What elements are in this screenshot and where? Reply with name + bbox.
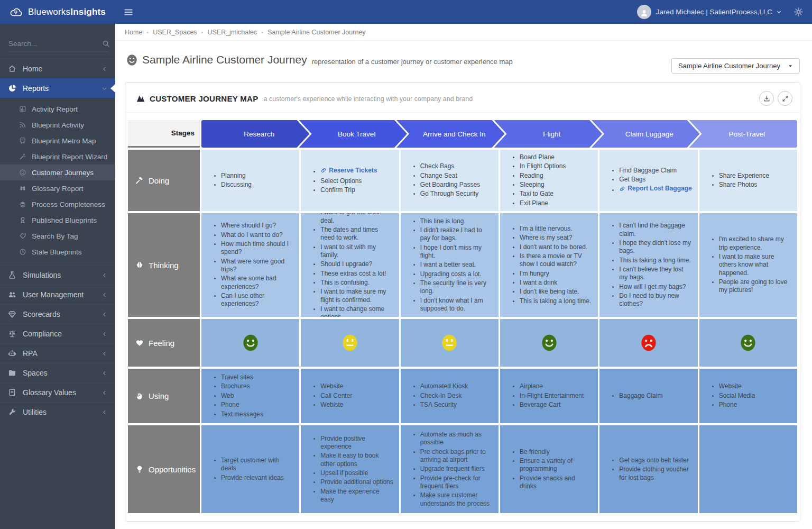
user-menu-label[interactable]: Jared Michalec | SalientProcess,LLC [656,8,772,16]
sidebar-item-spaces[interactable]: Spaces [0,363,115,382]
list-item: Webiste [320,401,352,409]
list-item: Phone [221,401,263,409]
cell-list: Board PlaneIn Flight OptionsReadingSleep… [512,152,566,208]
cell-list: PlanningDiscussing [213,171,252,190]
sidebar-item-utilities[interactable]: Utilities [0,402,115,422]
journey-selector-dropdown[interactable]: Sample Airline Customer Journey [671,58,800,74]
row-label-opportunities: Opportunities [128,425,200,513]
rss-icon [19,121,26,129]
sidebar-subitem-process-completeness[interactable]: Process Completeness [0,196,115,212]
breadcrumb-item-user-jmichalec[interactable]: USER_jmichalec [207,29,257,36]
list-item: I'm a little nervous. [520,225,593,233]
list-item: Is there a movie or TV show I could watc… [520,252,593,269]
sidebar-subitem-label: Blueprint Metro Map [32,137,96,145]
sidebar-item-label: User Management [23,290,102,299]
list-item: Provide relevant ideas [221,474,294,482]
using-cell: WebsiteSocial MediaPhone [699,369,797,423]
smiley-icon [19,169,26,176]
chev-left-icon [102,331,107,337]
list-item: These extras cost a lot! [320,270,393,278]
sidebar-subitem-label: Glossary Report [32,185,84,193]
flask-icon [8,271,16,279]
sidebar-subitem-label: Blueprint Report Wizard [32,153,107,161]
stage-header-flight: Flight [494,120,603,148]
list-item: Reserve Tickets [320,167,377,176]
using-cell: Baggage Claim [599,369,697,423]
breadcrumb-separator: • [261,29,263,35]
search-input[interactable] [8,40,102,48]
list-item: This is taking a long time. [619,257,692,264]
search-icon[interactable] [102,40,110,48]
sad-face-icon [640,333,658,353]
stage-label: Flight [543,130,560,138]
breadcrumb-item-user-spaces[interactable]: USER_Spaces [153,29,197,36]
sidebar-item-label: RPA [23,349,102,358]
using-cell: WebsiteCall CenterWebiste [301,369,399,423]
cell-list: Share ExperienceShare Photos [711,171,769,190]
row-label-text: Using [149,391,169,400]
sidebar-item-glossary-values[interactable]: Glossary Values [0,382,115,402]
list-item: Get bags onto belt faster [619,457,692,464]
list-item: Text messages [221,411,263,418]
sidebar-item-simulations[interactable]: Simulations [0,265,115,285]
opportunities-cell: Get bags onto belt fasterProvide clothin… [599,425,697,513]
list-item: I hope they didn't lose my bags. [619,239,692,256]
tag-icon [19,232,26,240]
sidebar-item-scorecards[interactable]: Scorecards [0,304,115,324]
hammer-icon [135,176,144,185]
sidebar-item-label: Spaces [23,369,102,377]
sidebar-subitem-search-by-tag[interactable]: Search By Tag [0,228,115,244]
chevron-down-icon[interactable] [776,9,782,15]
sidebar-subitem-published-blueprints[interactable]: Published Blueprints [0,212,115,228]
cell-link-reserve-tickets[interactable]: Reserve Tickets [320,167,377,175]
sidebar-subitem-activity-report[interactable]: Activity Report [0,101,115,117]
sidebar-item-home[interactable]: Home [0,59,115,78]
list-item: Go Through Security [420,190,480,198]
list-item: I want to make sure others know what hap… [719,253,792,277]
list-item: Pre-check bags prior to arriving at airp… [420,448,493,464]
list-item: Make it easy to book other options [320,452,393,468]
breadcrumb-item-home[interactable]: Home [125,29,142,36]
list-item: Beverage Cart [520,401,584,409]
wand-icon [19,153,26,160]
list-item: I hope I don't miss my flight. [420,244,493,260]
cloud-logo-icon [7,6,24,19]
list-item: The dates and times need to work. [320,226,393,242]
doing-cell: PlanningDiscussing [201,150,299,211]
list-item: Change Seat [420,172,480,180]
sidebar-subitem-blueprint-report-wizard[interactable]: Blueprint Report Wizard [0,149,115,165]
list-item: I'm hungry [520,270,593,278]
hamburger-menu-icon[interactable] [123,7,134,17]
list-item: Provide clothing voucher for lost bags [619,466,692,482]
list-item: Exit Plane [520,199,566,207]
sidebar-subitem-label: Customer Journeys [32,169,94,177]
list-item: I don't want to be bored. [520,243,593,251]
neutral-face-icon [341,333,359,353]
doing-cell: Share ExperienceShare Photos [699,150,797,211]
gear-icon[interactable] [793,7,804,17]
list-item: Report Lost Baggage [619,185,691,194]
sidebar-item-user-management[interactable]: User Management [0,285,115,304]
sidebar-subitem-glossary-report[interactable]: Glossary Report [0,180,115,196]
sidebar-item-label: Home [23,65,102,73]
sidebar-item-rpa[interactable]: RPA [0,343,115,363]
chev-left-icon [102,292,107,298]
download-button[interactable] [759,91,774,106]
sidebar-subitem-stale-blueprints[interactable]: Stale Blueprints [0,244,115,260]
list-item: Upsell if possible [320,469,393,477]
list-item: Web [221,392,263,400]
cell-list: I can't find the baggage claim.I hope th… [611,221,692,309]
cell-link-report-lost-baggage[interactable]: Report Lost Baggage [619,185,691,193]
expand-button[interactable] [778,91,792,106]
sidebar-item-compliance[interactable]: Compliance [0,324,115,343]
thinking-cell: This line is long.I didn't realize I had… [401,213,499,317]
list-item: Select Options [320,177,377,185]
sidebar-item-reports[interactable]: Reports [0,78,115,98]
sidebar-subitem-blueprint-activity[interactable]: Blueprint Activity [0,117,115,133]
sidebar-subitem-blueprint-metro-map[interactable]: Blueprint Metro Map [0,133,115,149]
thinking-cell: I'm excited to share my trip experience.… [699,213,797,317]
avatar[interactable] [637,5,651,19]
cell-list: I want to get the best deal.The dates an… [312,213,393,317]
sidebar-subitem-customer-journeys[interactable]: Customer Journeys [0,165,115,180]
list-item: Check-In Desk [420,392,468,400]
